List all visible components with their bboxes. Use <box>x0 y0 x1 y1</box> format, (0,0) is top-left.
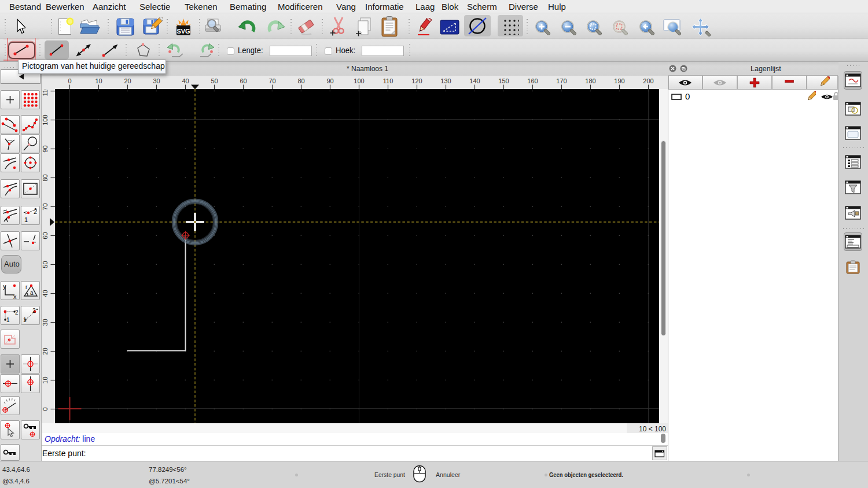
svg-text:30: 30 <box>42 319 49 326</box>
svg-text:70: 70 <box>269 77 275 84</box>
svg-text:40: 40 <box>42 290 49 297</box>
svg-text:140: 140 <box>469 77 480 84</box>
svg-text:110: 110 <box>42 89 49 96</box>
svg-text:x: x <box>13 293 17 300</box>
svg-text:0: 0 <box>68 77 71 84</box>
svg-text:100: 100 <box>354 77 364 84</box>
svg-text:2: 2 <box>34 208 37 215</box>
svg-text:80: 80 <box>297 77 304 84</box>
svg-text:90: 90 <box>42 145 49 152</box>
svg-text:1: 1 <box>6 317 10 323</box>
svg-text:r: r <box>25 284 28 290</box>
svg-text:50: 50 <box>42 261 49 268</box>
svg-text:70: 70 <box>42 203 49 210</box>
svg-text:180: 180 <box>585 77 595 84</box>
svg-text:1: 1 <box>24 216 28 223</box>
svg-text:120: 120 <box>411 77 422 84</box>
svg-text:200: 200 <box>643 77 653 84</box>
svg-text:2: 2 <box>32 308 36 314</box>
svg-text:60: 60 <box>240 77 247 84</box>
svg-text:10: 10 <box>42 376 49 383</box>
svg-text:20: 20 <box>42 347 49 354</box>
svg-text:160: 160 <box>527 77 538 84</box>
svg-text:20: 20 <box>124 77 131 84</box>
svg-text:150: 150 <box>498 77 509 84</box>
svg-text:30: 30 <box>153 77 160 84</box>
svg-text:1: 1 <box>23 317 27 323</box>
svg-text:a: a <box>30 290 34 296</box>
svg-text:110: 110 <box>383 77 393 84</box>
svg-text:50: 50 <box>211 77 218 84</box>
svg-text:130: 130 <box>440 77 451 84</box>
svg-text:y: y <box>3 283 6 290</box>
svg-text:0: 0 <box>42 407 49 411</box>
svg-text:2: 2 <box>15 309 19 316</box>
svg-text:60: 60 <box>42 232 49 239</box>
svg-text:100: 100 <box>42 114 49 125</box>
svg-text:170: 170 <box>556 77 567 84</box>
svg-text:90: 90 <box>326 77 333 84</box>
svg-text:10: 10 <box>95 77 102 84</box>
svg-text:40: 40 <box>182 77 189 84</box>
svg-text:190: 190 <box>614 77 624 84</box>
svg-text:80: 80 <box>42 174 49 181</box>
svg-text:SVG: SVG <box>176 28 190 35</box>
